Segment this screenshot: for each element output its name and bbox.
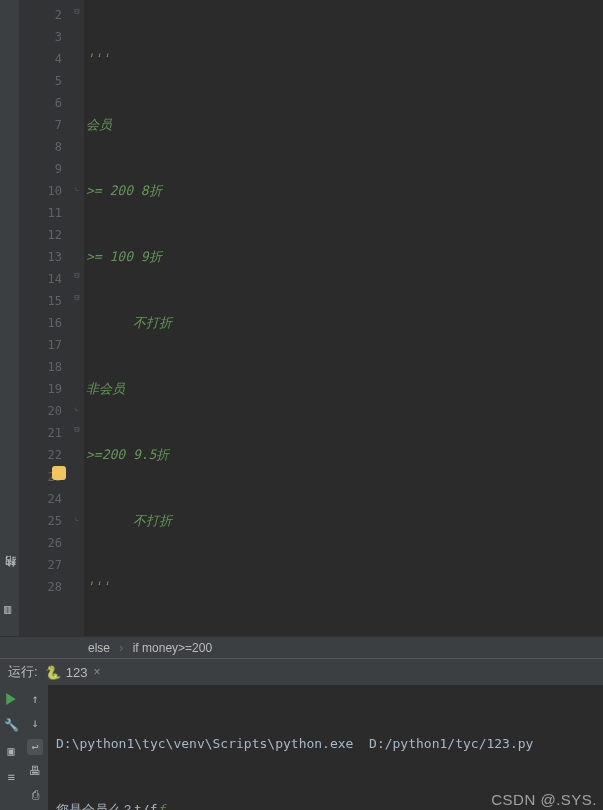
line-number[interactable]: 7 [20,114,62,136]
line-number[interactable]: 18 [20,356,62,378]
breadcrumb[interactable]: else › if money>=200 [0,636,603,658]
left-tool-strip: 结构 ▥ [0,0,20,636]
fold-marker-icon[interactable]: ⊟ [72,292,82,302]
wrench-icon[interactable]: 🔧 [3,717,19,733]
editor-area: 结构 ▥ 23456789101112131415161718192021222… [0,0,603,636]
run-config-name[interactable]: 123 [66,665,88,680]
fold-end-icon[interactable]: ⌞ [72,182,82,192]
line-number[interactable]: 17 [20,334,62,356]
line-number[interactable]: 4 [20,48,62,70]
watermark: CSDN @.SYS. [491,791,597,808]
run-tool-col-secondary: ↑ ↓ ↩ 🖶 ⎙ [22,685,48,810]
intention-bulb-icon[interactable] [52,466,66,480]
docstring: 会员 [86,117,112,132]
line-number[interactable]: 8 [20,136,62,158]
line-number[interactable]: 2 [20,4,62,26]
line-number[interactable]: 19 [20,378,62,400]
line-number[interactable]: 26 [20,532,62,554]
line-number[interactable]: 12 [20,224,62,246]
docstring: 非会员 [86,381,125,396]
line-number[interactable]: 16 [20,312,62,334]
fold-marker-icon[interactable]: ⊟ [72,270,82,280]
breadcrumb-item[interactable]: if money>=200 [133,641,212,655]
docstring: >= 100 9折 [86,249,162,264]
fold-marker-icon[interactable]: ⊟ [72,6,82,16]
soft-wrap-button[interactable]: ↩ [27,739,43,755]
run-tool-col-primary: 🔧 ▣ ≡ [0,685,22,810]
line-number[interactable]: 27 [20,554,62,576]
line-number[interactable]: 6 [20,92,62,114]
fold-strip[interactable]: ⊟ ⌞ ⊟ ⊟ ⌞ ⊟ ⌞ [72,0,84,636]
line-number[interactable]: 3 [20,26,62,48]
console-line: D:\python1\tyc\venv\Scripts\python.exe D… [56,733,595,755]
line-number[interactable]: 21 [20,422,62,444]
line-number[interactable]: 9 [20,158,62,180]
line-number[interactable]: 20 [20,400,62,422]
line-number[interactable]: 10 [20,180,62,202]
fold-marker-icon[interactable]: ⊟ [72,424,82,434]
down-arrow-icon[interactable]: ↓ [27,715,43,731]
code-editor[interactable]: ''' 会员 >= 200 8折 >= 100 9折 不打折 非会员 >=200… [84,0,603,636]
line-number[interactable]: 5 [20,70,62,92]
tool-strip-icon[interactable]: ▥ [4,602,11,616]
line-number[interactable]: 22 [20,444,62,466]
line-number[interactable]: 28 [20,576,62,598]
fold-end-icon[interactable]: ⌞ [72,512,82,522]
line-number[interactable]: 24 [20,488,62,510]
line-number[interactable]: 25 [20,510,62,532]
stop-button[interactable]: ▣ [3,743,19,759]
docstring: ''' [86,51,109,66]
layout-button[interactable]: ≡ [3,769,19,785]
docstring: 不打折 [86,315,172,330]
line-number[interactable]: 11 [20,202,62,224]
line-number[interactable]: 14 [20,268,62,290]
run-toolwindow-header[interactable]: 运行: 🐍 123 × [0,658,603,685]
run-label: 运行: [8,663,38,681]
docstring: >=200 9.5折 [86,447,169,462]
up-arrow-icon[interactable]: ↑ [27,691,43,707]
print-button[interactable]: 🖶 [27,763,43,779]
breadcrumb-item[interactable]: else [88,641,110,655]
chevron-right-icon: › [119,641,123,655]
line-number[interactable]: 13 [20,246,62,268]
docstring: >= 200 8折 [86,183,162,198]
line-number-gutter[interactable]: 2345678910111213141516171819202122232425… [20,0,72,636]
python-file-icon: 🐍 [45,665,61,680]
docstring: ''' [86,579,109,594]
export-button[interactable]: ⎙ [27,787,43,803]
close-icon[interactable]: × [94,665,101,679]
rerun-button[interactable] [3,691,19,707]
fold-end-icon[interactable]: ⌞ [72,402,82,412]
line-number[interactable]: 15 [20,290,62,312]
docstring: 不打折 [86,513,172,528]
